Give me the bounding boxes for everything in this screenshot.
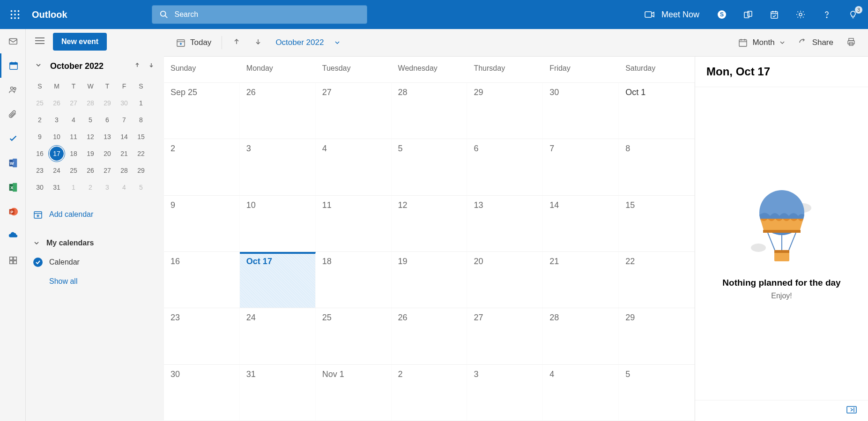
mini-day-cell[interactable]: 30 xyxy=(116,95,133,111)
meet-now-button[interactable]: Meet Now xyxy=(637,10,707,20)
mini-day-cell[interactable]: 27 xyxy=(65,95,82,111)
calendar-day-cell[interactable]: 12 xyxy=(392,196,467,251)
month-picker[interactable]: October 2022 xyxy=(270,34,346,51)
calendar-list-item[interactable]: Calendar xyxy=(31,253,158,272)
mini-day-cell[interactable]: 11 xyxy=(65,128,82,145)
mini-day-cell[interactable]: 4 xyxy=(65,111,82,128)
mini-day-cell[interactable]: 2 xyxy=(82,179,99,196)
rail-todo[interactable] xyxy=(0,126,26,151)
share-button[interactable]: Share xyxy=(793,34,839,51)
tips-button[interactable]: 3 xyxy=(842,3,864,26)
mini-day-cell[interactable]: 25 xyxy=(65,162,82,179)
calendar-day-cell[interactable]: 30 xyxy=(164,365,240,421)
mini-day-cell[interactable]: 28 xyxy=(116,162,133,179)
rail-apps[interactable] xyxy=(0,248,26,273)
prev-period-button[interactable] xyxy=(227,34,246,52)
settings-button[interactable] xyxy=(789,3,812,26)
calendar-day-cell[interactable]: Oct 17 xyxy=(240,252,316,308)
calendar-checkbox[interactable] xyxy=(33,258,43,267)
calendar-day-cell[interactable]: 16 xyxy=(164,252,240,308)
mini-day-cell[interactable]: 13 xyxy=(99,128,116,145)
mini-day-cell[interactable]: 9 xyxy=(31,128,48,145)
calendar-day-cell[interactable]: 15 xyxy=(619,196,695,251)
calendar-day-cell[interactable]: Nov 1 xyxy=(316,365,392,421)
mini-day-cell[interactable]: 29 xyxy=(99,95,116,111)
mini-day-cell[interactable]: 14 xyxy=(116,128,133,145)
mini-next-month[interactable] xyxy=(146,60,156,72)
app-launcher-button[interactable] xyxy=(4,3,26,26)
rail-calendar[interactable] xyxy=(0,53,26,78)
calendar-day-cell[interactable]: 10 xyxy=(240,196,316,251)
mini-day-cell[interactable]: 7 xyxy=(116,111,133,128)
calendar-day-cell[interactable]: 30 xyxy=(543,83,619,139)
rail-word[interactable]: W xyxy=(0,151,26,175)
mini-day-cell[interactable]: 17 xyxy=(50,147,64,161)
calendar-day-cell[interactable]: 2 xyxy=(164,139,240,195)
mini-day-cell[interactable]: 4 xyxy=(116,179,133,196)
calendar-day-cell[interactable]: 5 xyxy=(619,365,695,421)
mini-day-cell[interactable]: 5 xyxy=(82,111,99,128)
mini-day-cell[interactable]: 25 xyxy=(31,95,48,111)
calendar-day-cell[interactable]: 23 xyxy=(164,308,240,364)
mini-day-cell[interactable]: 30 xyxy=(31,179,48,196)
mini-day-cell[interactable]: 22 xyxy=(133,145,149,162)
mini-day-cell[interactable]: 21 xyxy=(116,145,133,162)
calendar-day-cell[interactable]: 6 xyxy=(467,139,543,195)
calendar-day-cell[interactable]: 7 xyxy=(543,139,619,195)
calendar-day-cell[interactable]: 26 xyxy=(240,83,316,139)
show-all-button[interactable]: Show all xyxy=(31,272,158,291)
calendar-day-cell[interactable]: 11 xyxy=(316,196,392,251)
panel-collapse-button[interactable] xyxy=(846,406,857,415)
mini-day-cell[interactable]: 3 xyxy=(48,111,65,128)
calendar-day-cell[interactable]: 22 xyxy=(619,252,695,308)
mini-day-cell[interactable]: 18 xyxy=(65,145,82,162)
calendar-day-cell[interactable]: 4 xyxy=(316,139,392,195)
calendar-day-cell[interactable]: 31 xyxy=(240,365,316,421)
calendar-day-cell[interactable]: 21 xyxy=(543,252,619,308)
my-calendars-toggle[interactable]: My calendars xyxy=(31,233,158,253)
calendar-day-cell[interactable]: 5 xyxy=(392,139,467,195)
add-calendar-button[interactable]: Add calendar xyxy=(31,204,158,225)
calendar-day-cell[interactable]: Oct 1 xyxy=(619,83,695,139)
mini-day-cell[interactable]: 1 xyxy=(65,179,82,196)
rail-onedrive[interactable] xyxy=(0,224,26,248)
calendar-day-cell[interactable]: 14 xyxy=(543,196,619,251)
calendar-day-cell[interactable]: 4 xyxy=(543,365,619,421)
mini-day-cell[interactable]: 27 xyxy=(99,162,116,179)
tasks-button[interactable] xyxy=(763,3,786,26)
calendar-day-cell[interactable]: 3 xyxy=(467,365,543,421)
print-button[interactable] xyxy=(841,33,861,52)
mini-day-cell[interactable]: 10 xyxy=(48,128,65,145)
search-box[interactable] xyxy=(152,5,367,24)
calendar-day-cell[interactable]: 18 xyxy=(316,252,392,308)
calendar-day-cell[interactable]: 28 xyxy=(392,83,467,139)
brand-title[interactable]: Outlook xyxy=(32,9,67,20)
calendar-day-cell[interactable]: 19 xyxy=(392,252,467,308)
mini-day-cell[interactable]: 26 xyxy=(48,95,65,111)
mini-day-cell[interactable]: 29 xyxy=(133,162,149,179)
sidebar-toggle[interactable] xyxy=(31,33,48,50)
calendar-day-cell[interactable]: 13 xyxy=(467,196,543,251)
help-button[interactable] xyxy=(816,3,838,26)
calendar-day-cell[interactable]: 27 xyxy=(467,308,543,364)
mini-day-cell[interactable]: 12 xyxy=(82,128,99,145)
rail-powerpoint[interactable]: P xyxy=(0,199,26,224)
mini-day-cell[interactable]: 5 xyxy=(133,179,149,196)
mini-day-cell[interactable]: 8 xyxy=(133,111,149,128)
calendar-day-cell[interactable]: 9 xyxy=(164,196,240,251)
mini-day-cell[interactable]: 28 xyxy=(82,95,99,111)
mini-prev-month[interactable] xyxy=(132,60,142,72)
mini-day-cell[interactable]: 2 xyxy=(31,111,48,128)
calendar-day-cell[interactable]: Sep 25 xyxy=(164,83,240,139)
calendar-day-cell[interactable]: 27 xyxy=(316,83,392,139)
teams-button[interactable] xyxy=(737,3,759,26)
rail-files[interactable] xyxy=(0,102,26,126)
skype-button[interactable]: S xyxy=(711,3,733,26)
mini-day-cell[interactable]: 20 xyxy=(99,145,116,162)
mini-day-cell[interactable]: 23 xyxy=(31,162,48,179)
rail-mail[interactable] xyxy=(0,29,26,53)
mini-month-toggle[interactable] xyxy=(33,60,44,72)
mini-day-cell[interactable]: 1 xyxy=(133,95,149,111)
calendar-day-cell[interactable]: 3 xyxy=(240,139,316,195)
new-event-button[interactable]: New event xyxy=(53,33,107,51)
